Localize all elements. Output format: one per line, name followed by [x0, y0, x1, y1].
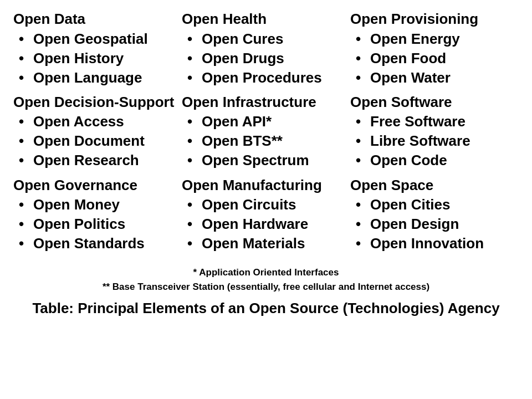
list-item: Open Circuits: [182, 195, 346, 214]
list-item: Open History: [13, 49, 177, 68]
list-item: Open Code: [350, 151, 514, 170]
list-item: Open Design: [350, 214, 514, 234]
bullet-list-0-0: Open GeospatialOpen HistoryOpen Language: [13, 29, 177, 88]
category-header-0-1: Open Decision-Support: [13, 93, 177, 111]
list-item: Open Language: [13, 68, 177, 88]
bullet-list-1-1: Open API*Open BTS**Open Spectrum: [182, 112, 346, 170]
category-header-1-2: Open Manufacturing: [182, 176, 346, 195]
bullet-list-2-1: Free SoftwareLibre SoftwareOpen Code: [350, 112, 514, 170]
list-item: Open Procedures: [182, 68, 346, 88]
list-item: Free Software: [350, 112, 514, 131]
bullet-list-0-2: Open MoneyOpen PoliticsOpen Standards: [13, 195, 177, 253]
content-table: Open DataOpen GeospatialOpen HistoryOpen…: [13, 10, 519, 255]
bullet-list-1-0: Open CuresOpen DrugsOpen Procedures: [182, 29, 346, 88]
list-item: Open Spectrum: [182, 151, 346, 170]
category-header-1-1: Open Infrastructure: [182, 93, 346, 111]
column-1: Open DataOpen GeospatialOpen HistoryOpen…: [13, 10, 182, 255]
list-item: Open Water: [350, 68, 514, 88]
category-header-2-0: Open Provisioning: [350, 10, 514, 28]
list-item: Open API*: [182, 112, 346, 131]
table-caption: Table: Principal Elements of an Open Sou…: [13, 299, 519, 318]
category-header-0-2: Open Governance: [13, 176, 177, 195]
category-header-2-1: Open Software: [350, 93, 514, 111]
column-3: Open ProvisioningOpen EnergyOpen FoodOpe…: [350, 10, 519, 255]
list-item: Open Hardware: [182, 214, 346, 234]
list-item: Open Drugs: [182, 49, 346, 68]
footnotes-section: * Application Oriented Interfaces ** Bas…: [13, 265, 519, 294]
bullet-list-0-1: Open AccessOpen DocumentOpen Research: [13, 112, 177, 170]
list-item: Open Access: [13, 112, 177, 131]
category-header-1-0: Open Health: [182, 10, 346, 28]
list-item: Open Cures: [182, 29, 346, 49]
bullet-list-2-2: Open CitiesOpen DesignOpen Innovation: [350, 195, 514, 253]
list-item: Open Politics: [13, 214, 177, 234]
list-item: Open Geospatial: [13, 29, 177, 49]
footnote-2: ** Base Transceiver Station (essentially…: [13, 280, 519, 294]
list-item: Open Document: [13, 131, 177, 151]
list-item: Open BTS**: [182, 131, 346, 151]
list-item: Open Standards: [13, 234, 177, 253]
category-header-2-2: Open Space: [350, 176, 514, 195]
column-2: Open HealthOpen CuresOpen DrugsOpen Proc…: [182, 10, 350, 255]
footnote-1: * Application Oriented Interfaces: [13, 265, 519, 280]
list-item: Open Money: [13, 195, 177, 214]
bullet-list-2-0: Open EnergyOpen FoodOpen Water: [350, 29, 514, 88]
category-header-0-0: Open Data: [13, 10, 177, 28]
list-item: Open Energy: [350, 29, 514, 49]
list-item: Open Cities: [350, 195, 514, 214]
list-item: Open Innovation: [350, 234, 514, 253]
list-item: Open Research: [13, 151, 177, 170]
bullet-list-1-2: Open CircuitsOpen HardwareOpen Materials: [182, 195, 346, 253]
list-item: Open Food: [350, 49, 514, 68]
list-item: Open Materials: [182, 234, 346, 253]
list-item: Libre Software: [350, 131, 514, 151]
